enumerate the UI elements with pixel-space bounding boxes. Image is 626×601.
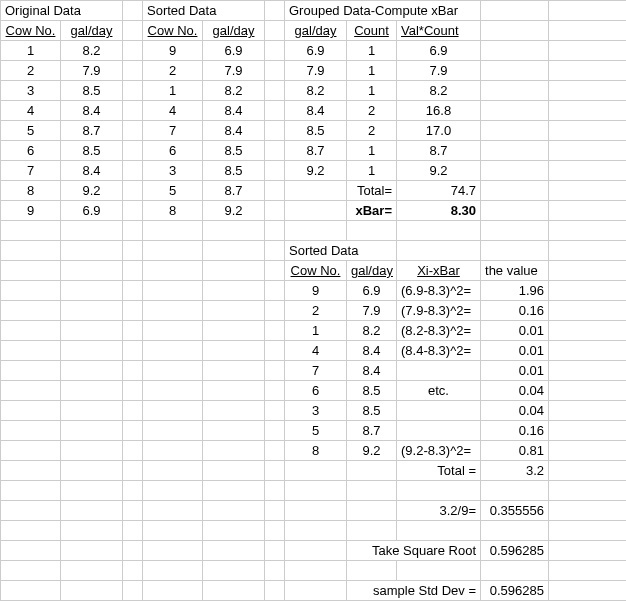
cell: 8.2	[347, 321, 397, 341]
cell: 1	[285, 321, 347, 341]
cell: 0.16	[481, 421, 549, 441]
cell: 1	[347, 161, 397, 181]
cell: 0.01	[481, 361, 549, 381]
cell: 8.5	[347, 401, 397, 421]
cell: 9	[1, 201, 61, 221]
cell: 7	[143, 121, 203, 141]
cell: 8.4	[347, 361, 397, 381]
div-value: 0.355556	[481, 501, 549, 521]
cell: 5	[143, 181, 203, 201]
cell: 7.9	[61, 61, 123, 81]
cell: 8.4	[203, 101, 265, 121]
sq-total-value: 3.2	[481, 461, 549, 481]
cell: 9.2	[61, 181, 123, 201]
cell: 9	[143, 41, 203, 61]
std-label: sample Std Dev =	[347, 581, 481, 601]
cell: 3	[285, 401, 347, 421]
cell: 6	[143, 141, 203, 161]
cell: 8	[1, 181, 61, 201]
cell: 0.01	[481, 321, 549, 341]
col-cowno: Cow No.	[285, 261, 347, 281]
cell: 8.7	[61, 121, 123, 141]
cell	[397, 401, 481, 421]
cell: 8.5	[203, 141, 265, 161]
cell: 9.2	[397, 161, 481, 181]
cell: (7.9-8.3)^2=	[397, 301, 481, 321]
cell: 5	[1, 121, 61, 141]
cell: 6.9	[347, 281, 397, 301]
cell: 0.04	[481, 381, 549, 401]
cell: 3	[1, 81, 61, 101]
cell: 8.4	[203, 121, 265, 141]
col-xi: Xi-xBar	[397, 261, 481, 281]
xbar-value: 8.30	[397, 201, 481, 221]
cell: 6.9	[397, 41, 481, 61]
cell: 1	[347, 141, 397, 161]
cell: 1	[347, 81, 397, 101]
hdr-sorted2: Sorted Data	[285, 241, 397, 261]
cell: 7.9	[285, 61, 347, 81]
cell: 5	[285, 421, 347, 441]
cell: 1.96	[481, 281, 549, 301]
cell: 8	[143, 201, 203, 221]
cell: 6	[1, 141, 61, 161]
cell: 6.9	[285, 41, 347, 61]
cell: 9.2	[285, 161, 347, 181]
cell: 2	[143, 61, 203, 81]
cell: 2	[347, 121, 397, 141]
cell: 16.8	[397, 101, 481, 121]
cell: 6.9	[203, 41, 265, 61]
cell: 0.04	[481, 401, 549, 421]
cell: 8.2	[397, 81, 481, 101]
cell: 8.7	[203, 181, 265, 201]
cell: 1	[1, 41, 61, 61]
cell: 6.9	[61, 201, 123, 221]
cell: 2	[1, 61, 61, 81]
cell: 0.81	[481, 441, 549, 461]
total-label: Total=	[347, 181, 397, 201]
div-label: 3.2/9=	[397, 501, 481, 521]
cell: 8.2	[203, 81, 265, 101]
cell	[397, 421, 481, 441]
hdr-sorted: Sorted Data	[143, 1, 265, 21]
cell: 8.5	[203, 161, 265, 181]
cell: 8.5	[347, 381, 397, 401]
cell: 8.5	[61, 141, 123, 161]
cell: 0.01	[481, 341, 549, 361]
cell: 8.5	[285, 121, 347, 141]
cell: 8.4	[347, 341, 397, 361]
cell: 7	[285, 361, 347, 381]
cell: 8.2	[61, 41, 123, 61]
cell: 8.7	[285, 141, 347, 161]
cell: 1	[347, 41, 397, 61]
col-galday: gal/day	[285, 21, 347, 41]
cell: 1	[347, 61, 397, 81]
col-cowno: Cow No.	[143, 21, 203, 41]
cell: 9.2	[203, 201, 265, 221]
cell: 8.7	[397, 141, 481, 161]
sq-total-label: Total =	[397, 461, 481, 481]
col-galday: gal/day	[347, 261, 397, 281]
cell: 2	[347, 101, 397, 121]
cell: 7.9	[203, 61, 265, 81]
cell: 8.2	[285, 81, 347, 101]
col-count: Count	[347, 21, 397, 41]
std-value: 0.596285	[481, 581, 549, 601]
cell: (6.9-8.3)^2=	[397, 281, 481, 301]
cell: (8.4-8.3)^2=	[397, 341, 481, 361]
spreadsheet: Original Data Sorted Data Grouped Data-C…	[0, 0, 626, 601]
cell: 8	[285, 441, 347, 461]
col-thevalue: the value	[481, 261, 549, 281]
xbar-label: xBar=	[347, 201, 397, 221]
total-value: 74.7	[397, 181, 481, 201]
cell: 9	[285, 281, 347, 301]
col-galday: gal/day	[203, 21, 265, 41]
hdr-original: Original Data	[1, 1, 123, 21]
cell: 17.0	[397, 121, 481, 141]
cell: 9.2	[347, 441, 397, 461]
cell: 1	[143, 81, 203, 101]
cell: 8.7	[347, 421, 397, 441]
cell: 7.9	[397, 61, 481, 81]
cell: (8.2-8.3)^2=	[397, 321, 481, 341]
cell	[397, 361, 481, 381]
